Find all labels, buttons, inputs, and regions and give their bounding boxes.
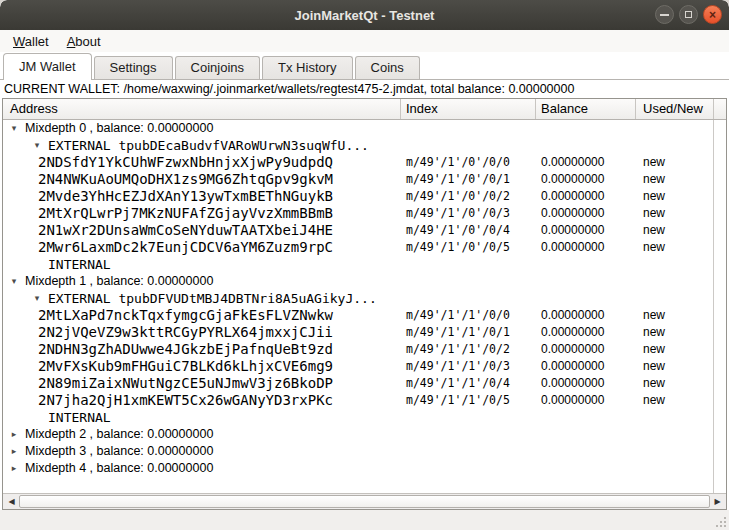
minimize-icon [660, 14, 669, 16]
tree-row-mixdepth[interactable]: ▸Mixdepth 2 , balance: 0.00000000 [3, 426, 713, 443]
vertical-scrollbar[interactable] [713, 120, 726, 493]
collapse-arrow-icon[interactable]: ▾ [31, 290, 43, 307]
tree-row-address[interactable]: 2NDHN3gZhADUwwe4JGkzbEjPafnqUeBt9zdm/49'… [3, 341, 713, 358]
address-index: m/49'/1'/0'/0/0 [406, 154, 510, 171]
address-index: m/49'/1'/0'/0/5 [406, 239, 510, 256]
tree-row-address[interactable]: 2N2jVQeVZ9w3kttRCGyPYRLX64jmxxjCJiim/49'… [3, 324, 713, 341]
expand-arrow-icon[interactable]: ▸ [8, 426, 20, 443]
tree-row-address[interactable]: 2Mwr6LaxmDc2k7EunjCDCV6aYM6Zuzm9rpCm/49'… [3, 239, 713, 256]
collapse-arrow-icon[interactable]: ▾ [8, 120, 20, 137]
horizontal-scrollbar[interactable]: ◀ ▶ [3, 493, 726, 509]
tree-row-mixdepth[interactable]: ▾Mixdepth 0 , balance: 0.00000000 [3, 120, 713, 137]
address-index: m/49'/1'/1'/0/1 [406, 324, 510, 341]
tree-row-address[interactable]: 2MtLXaPd7nckTqxfymgcGjaFkEsFLVZNwkwm/49'… [3, 307, 713, 324]
column-header-filler [714, 99, 726, 119]
tab-tx-history[interactable]: Tx History [262, 56, 353, 79]
tree-row-address-label: 2MtXrQLwrPj7MKzNUFAfZGjayVvzXmmBBmB [38, 205, 333, 222]
address-index: m/49'/1'/0'/0/4 [406, 222, 510, 239]
tree-row-mixdepth-label: Mixdepth 4 , balance: 0.00000000 [25, 460, 213, 477]
address-index: m/49'/1'/1'/0/3 [406, 358, 510, 375]
tree-row-address[interactable]: 2N1wXr2DUnsaWmCoSeNYduwTAATXbeiJ4HEm/49'… [3, 222, 713, 239]
app-window: JoinMarketQt - Testnet × WalletAbout JM … [0, 0, 729, 530]
address-index: m/49'/1'/1'/0/0 [406, 307, 510, 324]
address-status: new [643, 307, 665, 324]
titlebar-buttons: × [655, 5, 722, 24]
tree-row-address[interactable]: 2MvFXsKub9mFHGuiC7BLKd6kLhjxCVE6mg9m/49'… [3, 358, 713, 375]
scroll-left-icon[interactable]: ◀ [4, 495, 19, 509]
scroll-right-icon[interactable]: ▶ [710, 495, 725, 509]
tree-row-mixdepth-label: Mixdepth 1 , balance: 0.00000000 [25, 273, 213, 290]
tree-row-address[interactable]: 2Mvde3YhHcEZJdXAnY13ywTxmBEThNGuykBm/49'… [3, 188, 713, 205]
maximize-button[interactable] [679, 5, 698, 24]
tree-row-address[interactable]: 2N7jha2QjH1xmKEWT5Cx26wGANyYD3rxPKcm/49'… [3, 392, 713, 409]
tree-row-mixdepth-label: Mixdepth 2 , balance: 0.00000000 [25, 426, 213, 443]
address-status: new [643, 375, 665, 392]
tab-settings[interactable]: Settings [94, 56, 173, 79]
status-bar [0, 510, 729, 530]
tree-row-address-label: 2N1wXr2DUnsaWmCoSeNYduwTAATXbeiJ4HE [38, 222, 333, 239]
address-index: m/49'/1'/1'/0/5 [406, 392, 510, 409]
address-index: m/49'/1'/1'/0/4 [406, 375, 510, 392]
expand-arrow-icon[interactable]: ▸ [8, 460, 20, 477]
title-bar[interactable]: JoinMarketQt - Testnet × [0, 0, 729, 30]
address-balance: 0.00000000 [541, 239, 604, 256]
tab-jm-wallet[interactable]: JM Wallet [3, 53, 92, 80]
tree-row-address-label: 2N89miZaixNWutNgzCE5uNJmwV3jz6BkoDP [38, 375, 333, 392]
address-balance: 0.00000000 [541, 341, 604, 358]
address-index: m/49'/1'/0'/0/1 [406, 171, 510, 188]
tree-row-address-label: 2Mvde3YhHcEZJdXAnY13ywTxmBEThNGuykB [38, 188, 333, 205]
address-balance: 0.00000000 [541, 307, 604, 324]
address-status: new [643, 154, 665, 171]
wallet-tree: AddressIndexBalanceUsed/New ▾Mixdepth 0 … [2, 98, 727, 510]
address-status: new [643, 205, 665, 222]
tree-row-branch[interactable]: INTERNAL [3, 256, 713, 273]
address-balance: 0.00000000 [541, 324, 604, 341]
expand-arrow-icon[interactable]: ▸ [8, 443, 20, 460]
tree-row-branch-label: INTERNAL [48, 256, 111, 273]
tree-row-address-label: 2N4NWKuAoUMQoDHX1zs9MG6ZhtqGpv9gkvM [38, 171, 333, 188]
tree-row-mixdepth-label: Mixdepth 3 , balance: 0.00000000 [25, 443, 213, 460]
tab-coinjoins[interactable]: Coinjoins [175, 56, 260, 79]
collapse-arrow-icon[interactable]: ▾ [31, 137, 43, 154]
collapse-arrow-icon[interactable]: ▾ [8, 273, 20, 290]
column-header-address[interactable]: Address [3, 99, 401, 119]
tree-row-mixdepth[interactable]: ▸Mixdepth 3 , balance: 0.00000000 [3, 443, 713, 460]
tree-row-address[interactable]: 2N4NWKuAoUMQoDHX1zs9MG6ZhtqGpv9gkvMm/49'… [3, 171, 713, 188]
tree-row-address-label: 2N7jha2QjH1xmKEWT5Cx26wGANyYD3rxPKc [38, 392, 333, 409]
address-status: new [643, 392, 665, 409]
address-index: m/49'/1'/1'/0/2 [406, 341, 510, 358]
menu-item-about[interactable]: About [58, 32, 110, 51]
tree-row-address[interactable]: 2NDSfdY1YkCUhWFzwxNbHnjxXjwPy9udpdQm/49'… [3, 154, 713, 171]
tree-row-branch[interactable]: ▾EXTERNAL tpubDEcaBudvfVARoWUrwN3suqWfU.… [3, 137, 713, 154]
address-balance: 0.00000000 [541, 205, 604, 222]
tree-row-address-label: 2MtLXaPd7nckTqxfymgcGjaFkEsFLVZNwkw [38, 307, 333, 324]
window-title: JoinMarketQt - Testnet [295, 8, 435, 23]
close-icon: × [709, 9, 716, 21]
address-balance: 0.00000000 [541, 392, 604, 409]
scrollbar-thumb[interactable] [19, 495, 710, 508]
address-index: m/49'/1'/0'/0/2 [406, 188, 510, 205]
address-balance: 0.00000000 [541, 188, 604, 205]
close-button[interactable]: × [703, 5, 722, 24]
tab-coins[interactable]: Coins [355, 56, 420, 79]
address-balance: 0.00000000 [541, 154, 604, 171]
tree-row-address-label: 2NDSfdY1YkCUhWFzwxNbHnjxXjwPy9udpdQ [38, 154, 333, 171]
address-balance: 0.00000000 [541, 171, 604, 188]
resize-grip-icon[interactable] [716, 517, 726, 527]
column-header-balance[interactable]: Balance [536, 99, 636, 119]
address-balance: 0.00000000 [541, 222, 604, 239]
minimize-button[interactable] [655, 5, 674, 24]
tree-row-address[interactable]: 2MtXrQLwrPj7MKzNUFAfZGjayVvzXmmBBmBm/49'… [3, 205, 713, 222]
tree-row-branch-label: INTERNAL [48, 409, 111, 426]
tree-row-address[interactable]: 2N89miZaixNWutNgzCE5uNJmwV3jz6BkoDPm/49'… [3, 375, 713, 392]
column-header-used-new[interactable]: Used/New [636, 99, 714, 119]
tree-row-mixdepth[interactable]: ▾Mixdepth 1 , balance: 0.00000000 [3, 273, 713, 290]
tree-row-address-label: 2NDHN3gZhADUwwe4JGkzbEjPafnqUeBt9zd [38, 341, 333, 358]
tree-row-mixdepth[interactable]: ▸Mixdepth 4 , balance: 0.00000000 [3, 460, 713, 477]
address-index: m/49'/1'/0'/0/3 [406, 205, 510, 222]
tree-row-branch[interactable]: INTERNAL [3, 409, 713, 426]
tree-row-address-label: 2N2jVQeVZ9w3kttRCGyPYRLX64jmxxjCJii [38, 324, 333, 341]
column-header-index[interactable]: Index [401, 99, 536, 119]
tree-row-branch[interactable]: ▾EXTERNAL tpubDFVUDtMBJ4DBTNri8A5uAGikyJ… [3, 290, 713, 307]
menu-item-wallet[interactable]: Wallet [4, 32, 58, 51]
